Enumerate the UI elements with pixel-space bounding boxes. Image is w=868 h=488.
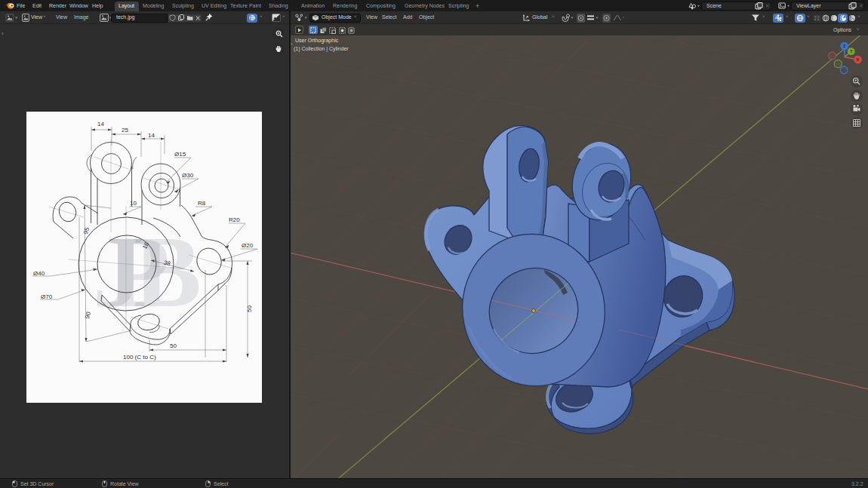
svg-text:R8: R8 bbox=[198, 200, 206, 207]
svg-text:25: 25 bbox=[122, 127, 128, 134]
svg-text:50: 50 bbox=[246, 305, 253, 312]
svg-text:Y: Y bbox=[850, 49, 853, 54]
svg-text:Ø20: Ø20 bbox=[242, 242, 254, 249]
svg-text:Ø70: Ø70 bbox=[41, 293, 53, 300]
svg-text:14: 14 bbox=[97, 121, 104, 127]
svg-text:Ø15: Ø15 bbox=[174, 151, 186, 158]
svg-text:14: 14 bbox=[148, 132, 155, 139]
svg-text:10: 10 bbox=[130, 200, 137, 207]
svg-text:Ø40: Ø40 bbox=[33, 270, 45, 277]
svg-text:100 (C to C): 100 (C to C) bbox=[123, 354, 156, 361]
svg-text:50: 50 bbox=[170, 342, 177, 349]
svg-text:X: X bbox=[857, 57, 860, 62]
svg-text:R20: R20 bbox=[229, 216, 240, 223]
svg-text:Ø30: Ø30 bbox=[182, 172, 194, 179]
